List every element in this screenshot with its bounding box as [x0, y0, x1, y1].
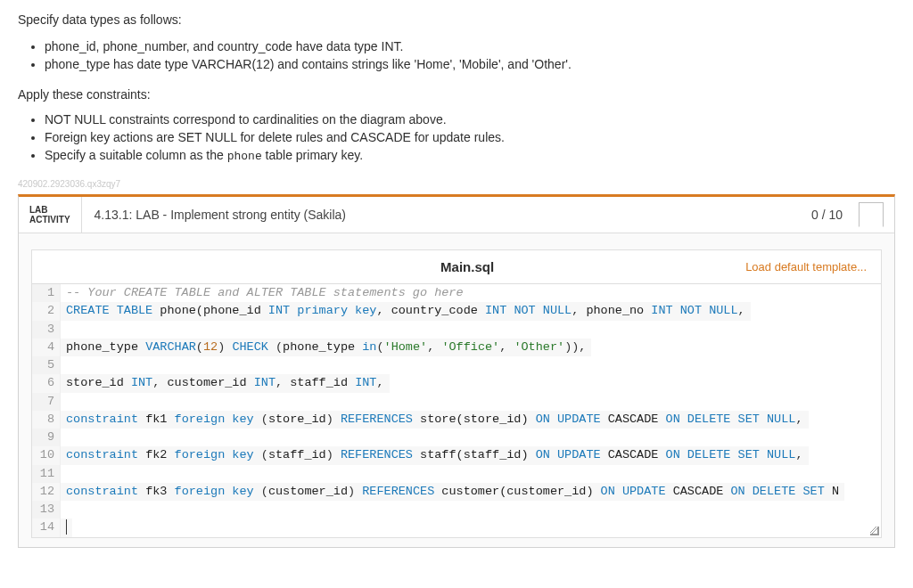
code-area[interactable]: 1-- Your CREATE TABLE and ALTER TABLE st…: [32, 284, 881, 537]
line-number: 6: [32, 374, 61, 392]
line-number: 14: [32, 519, 61, 536]
constraints-heading: Apply these constraints:: [18, 87, 895, 102]
code-text[interactable]: [61, 465, 78, 483]
code-line[interactable]: 10constraint fk2 foreign key (staff_id) …: [32, 446, 881, 464]
code-text[interactable]: [61, 356, 78, 374]
lab-line2: ACTIVITY: [29, 215, 70, 225]
resize-handle-icon[interactable]: [870, 527, 879, 535]
editor-filename: Main.sql: [189, 259, 745, 274]
code-line[interactable]: 8constraint fk1 foreign key (store_id) R…: [32, 411, 881, 429]
editor-tabbar: Main.sql Load default template...: [32, 250, 881, 284]
code-text[interactable]: -- Your CREATE TABLE and ALTER TABLE sta…: [61, 284, 469, 302]
code-text[interactable]: constraint fk3 foreign key (customer_id)…: [61, 483, 844, 501]
code-text[interactable]: [61, 519, 72, 536]
lab-activity-tag: LAB ACTIVITY: [19, 197, 82, 233]
list-item: Specify a suitable column as the phone t…: [45, 148, 895, 163]
line-number: 13: [32, 501, 61, 519]
code-text[interactable]: [61, 429, 78, 446]
list-item: phone_id, phone_number, and country_code…: [45, 39, 895, 53]
code-line[interactable]: 2CREATE TABLE phone(phone_id INT primary…: [32, 302, 881, 320]
code-line[interactable]: 4phone_type VARCHAR(12) CHECK (phone_typ…: [32, 339, 881, 356]
code-text[interactable]: constraint fk1 foreign key (store_id) RE…: [61, 411, 809, 429]
lab-line1: LAB: [29, 205, 70, 215]
code-text[interactable]: [61, 393, 78, 411]
code-line[interactable]: 6store_id INT, customer_id INT, staff_id…: [32, 374, 881, 392]
line-number: 3: [32, 321, 61, 339]
load-default-template-link[interactable]: Load default template...: [745, 260, 867, 274]
constraints-list: NOT NULL constraints correspond to cardi…: [45, 112, 895, 163]
list-item: NOT NULL constraints correspond to cardi…: [45, 112, 895, 127]
activity-card: LAB ACTIVITY 4.13.1: LAB - Implement str…: [18, 194, 895, 548]
code-text[interactable]: [61, 321, 78, 339]
line-number: 2: [32, 302, 61, 320]
activity-title: 4.13.1: LAB - Implement strong entity (S…: [82, 197, 799, 233]
code-editor: Main.sql Load default template... 1-- Yo…: [31, 249, 882, 538]
data-types-heading: Specify data types as follows:: [18, 12, 895, 27]
code-text[interactable]: store_id INT, customer_id INT, staff_id …: [61, 374, 390, 392]
list-item: Foreign key actions are SET NULL for del…: [45, 130, 895, 144]
constraint-3b: table primary key.: [262, 148, 363, 162]
line-number: 7: [32, 393, 61, 411]
line-number: 11: [32, 465, 61, 483]
code-line[interactable]: 13: [32, 501, 881, 519]
code-line[interactable]: 3: [32, 321, 881, 339]
inline-code-phone: phone: [227, 150, 262, 163]
line-number: 1: [32, 284, 61, 302]
code-line[interactable]: 9: [32, 429, 881, 446]
code-text[interactable]: constraint fk2 foreign key (staff_id) RE…: [61, 446, 809, 464]
activity-score: 0 / 10: [799, 197, 855, 233]
code-line[interactable]: 1-- Your CREATE TABLE and ALTER TABLE st…: [32, 284, 881, 302]
question-id: 420902.2923036.qx3zqy7: [18, 179, 895, 189]
constraint-3a: Specify a suitable column as the: [45, 148, 227, 162]
activity-header: LAB ACTIVITY 4.13.1: LAB - Implement str…: [19, 197, 894, 233]
line-number: 12: [32, 483, 61, 501]
code-text[interactable]: [61, 501, 78, 519]
line-number: 8: [32, 411, 61, 429]
line-number: 9: [32, 429, 61, 446]
code-line[interactable]: 12constraint fk3 foreign key (customer_i…: [32, 483, 881, 501]
code-text[interactable]: CREATE TABLE phone(phone_id INT primary …: [61, 302, 751, 320]
code-text[interactable]: phone_type VARCHAR(12) CHECK (phone_type…: [61, 339, 591, 356]
code-line[interactable]: 14: [32, 519, 881, 536]
list-item: phone_type has date type VARCHAR(12) and…: [45, 57, 895, 71]
line-number: 5: [32, 356, 61, 374]
code-line[interactable]: 7: [32, 393, 881, 411]
bookmark-icon[interactable]: [859, 202, 884, 233]
line-number: 10: [32, 446, 61, 464]
code-line[interactable]: 11: [32, 465, 881, 483]
data-types-list: phone_id, phone_number, and country_code…: [45, 39, 895, 71]
line-number: 4: [32, 339, 61, 356]
code-line[interactable]: 5: [32, 356, 881, 374]
